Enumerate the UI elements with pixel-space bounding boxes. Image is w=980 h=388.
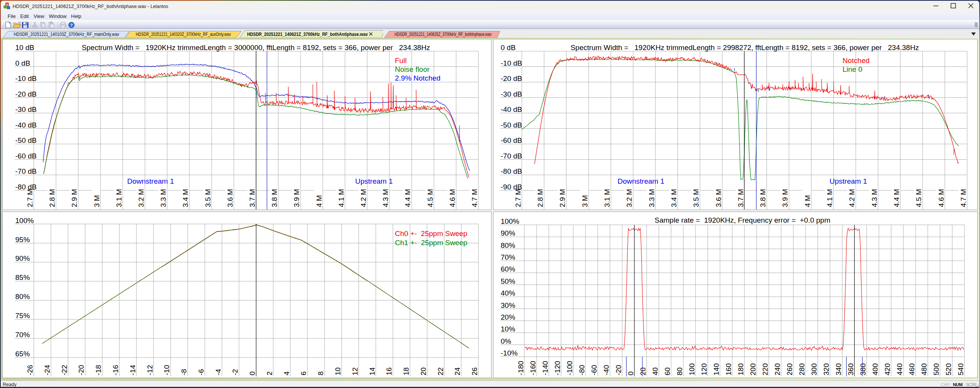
svg-text:4.1 M: 4.1 M (826, 189, 834, 207)
svg-text:-30 dB: -30 dB (15, 105, 37, 113)
svg-text:18: 18 (402, 367, 410, 375)
svg-text:-20 dB: -20 dB (501, 74, 522, 82)
svg-text:2.8 M: 2.8 M (536, 189, 544, 207)
svg-text:400: 400 (871, 363, 879, 375)
svg-text:4: 4 (283, 371, 291, 375)
svg-text:3.1 M: 3.1 M (115, 189, 123, 207)
svg-text:24: 24 (453, 367, 461, 375)
svg-text:320: 320 (822, 363, 830, 375)
svg-text:85%: 85% (15, 273, 30, 281)
svg-text:3.5 M: 3.5 M (692, 189, 700, 207)
svg-text:360: 360 (847, 363, 855, 375)
svg-text:-160: -160 (529, 361, 537, 375)
svg-text:3.9 M: 3.9 M (781, 189, 789, 207)
svg-text:520: 520 (944, 363, 953, 375)
svg-text:3.7 M: 3.7 M (248, 189, 256, 207)
svg-text:-4: -4 (214, 369, 222, 375)
svg-text:4 M: 4 M (804, 195, 812, 207)
svg-text:4.2 M: 4.2 M (848, 189, 856, 207)
svg-text:4.6 M: 4.6 M (937, 189, 945, 207)
svg-text:-70 dB: -70 dB (15, 167, 37, 175)
svg-text:2.9 M: 2.9 M (558, 189, 566, 207)
svg-text:-22: -22 (60, 365, 68, 375)
svg-text:100: 100 (688, 363, 696, 375)
svg-text:Full: Full (395, 57, 407, 65)
svg-text:260: 260 (786, 363, 794, 375)
svg-text:0 dB: 0 dB (15, 59, 30, 67)
svg-text:3.6 M: 3.6 M (226, 189, 234, 207)
svg-text:-80: -80 (578, 365, 586, 375)
svg-text:-18: -18 (94, 365, 102, 375)
svg-text:2.9% Notched: 2.9% Notched (395, 74, 440, 82)
svg-text:8: 8 (317, 371, 325, 375)
svg-text:180: 180 (737, 363, 745, 375)
svg-text:3.4 M: 3.4 M (181, 189, 189, 207)
svg-text:-70 dB: -70 dB (501, 152, 522, 160)
svg-text:240: 240 (773, 363, 781, 375)
svg-text:340: 340 (834, 363, 843, 375)
svg-text:10 dB: 10 dB (15, 44, 34, 52)
svg-text:-20: -20 (615, 365, 623, 375)
svg-text:20%: 20% (501, 313, 515, 321)
svg-text:80%: 80% (501, 241, 515, 249)
svg-text:140: 140 (712, 363, 720, 375)
svg-text:4.4 M: 4.4 M (404, 189, 412, 207)
svg-text:-40 dB: -40 dB (15, 121, 37, 129)
svg-text:3.9 M: 3.9 M (293, 189, 301, 207)
svg-text:3.2 M: 3.2 M (625, 189, 633, 207)
svg-text:2: 2 (265, 371, 273, 375)
svg-text:-60 dB: -60 dB (15, 152, 37, 160)
svg-text:95%: 95% (15, 236, 30, 244)
svg-text:20: 20 (639, 367, 647, 375)
svg-text:460: 460 (908, 363, 916, 375)
svg-text:80%: 80% (15, 293, 30, 301)
svg-text:80: 80 (676, 367, 684, 375)
svg-text:4 M: 4 M (315, 195, 323, 207)
svg-text:420: 420 (883, 363, 891, 375)
svg-text:3 M: 3 M (93, 195, 101, 207)
svg-text:120: 120 (700, 363, 708, 375)
svg-text:Notched: Notched (843, 57, 870, 65)
svg-text:0 dB: 0 dB (501, 44, 516, 52)
svg-text:0: 0 (627, 371, 635, 375)
svg-text:20: 20 (419, 367, 427, 375)
svg-text:3.3 M: 3.3 M (159, 189, 167, 207)
svg-text:220: 220 (761, 363, 769, 375)
svg-text:3.4 M: 3.4 M (670, 189, 678, 207)
svg-text:-10 dB: -10 dB (15, 74, 37, 82)
svg-text:-26: -26 (26, 365, 34, 375)
svg-text:4.2 M: 4.2 M (359, 189, 367, 207)
svg-text:-140: -140 (541, 361, 549, 375)
svg-text:12: 12 (351, 367, 359, 375)
svg-text:50%: 50% (501, 277, 515, 285)
svg-text:4.7 M: 4.7 M (471, 189, 479, 207)
svg-text:Line 0: Line 0 (843, 65, 862, 73)
svg-text:90%: 90% (501, 229, 515, 237)
svg-text:300: 300 (810, 363, 818, 375)
svg-text:3.6 M: 3.6 M (715, 189, 723, 207)
svg-text:Noise floor: Noise floor (395, 65, 430, 73)
svg-text:-80 dB: -80 dB (501, 167, 522, 175)
svg-text:0: 0 (248, 371, 256, 375)
svg-text:380: 380 (859, 363, 867, 375)
svg-text:22: 22 (437, 367, 445, 375)
svg-text:-6: -6 (197, 369, 205, 375)
svg-text:Ch0 +- 25ppm Sweep: Ch0 +- 25ppm Sweep (395, 230, 467, 238)
svg-text:-10: -10 (163, 365, 171, 375)
svg-text:4.3 M: 4.3 M (870, 189, 878, 207)
svg-text:200: 200 (749, 363, 757, 375)
svg-text:26: 26 (471, 367, 479, 375)
svg-text:4.4 M: 4.4 M (893, 189, 901, 207)
svg-text:Ch1 +- 25ppm Sweep: Ch1 +- 25ppm Sweep (395, 239, 467, 247)
svg-text:-10 dB: -10 dB (501, 59, 522, 67)
svg-text:Spectrum Width = 1920KHz tri: Spectrum Width = 1920KHz trimmedLength =… (571, 44, 919, 52)
svg-text:2.7 M: 2.7 M (26, 189, 34, 207)
svg-text:10%: 10% (501, 325, 515, 333)
svg-text:280: 280 (798, 363, 806, 375)
svg-text:Sample rate = 1920KHz, Freque: Sample rate = 1920KHz, Frequency error =… (655, 216, 830, 224)
svg-text:75%: 75% (15, 312, 30, 320)
svg-text:4.6 M: 4.6 M (448, 189, 456, 207)
svg-text:Upstream 1: Upstream 1 (830, 177, 867, 185)
svg-text:160: 160 (724, 363, 733, 375)
svg-text:-40: -40 (602, 365, 610, 375)
